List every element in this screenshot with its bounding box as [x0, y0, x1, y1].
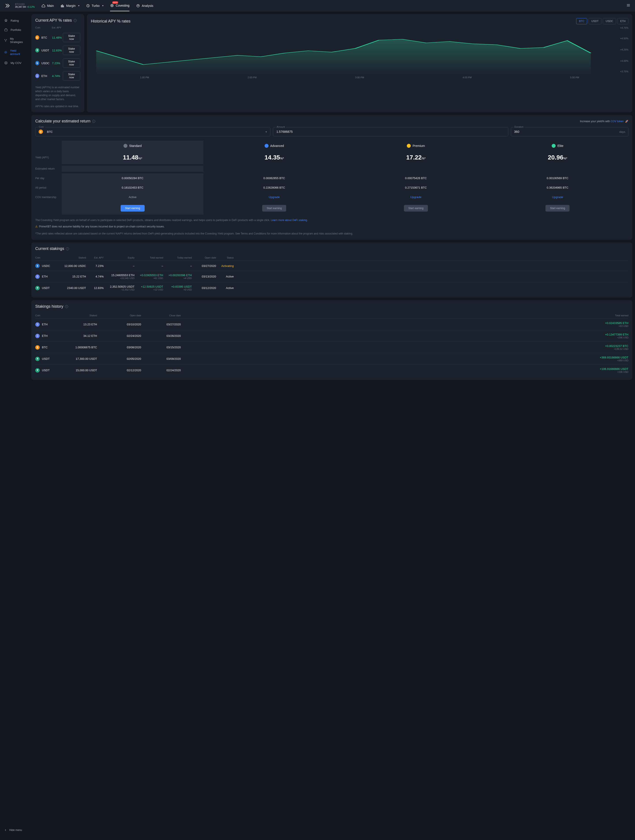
coin-name: USDT [41, 49, 52, 52]
stakings-history-card: Stakings historyi Coin Staked Open date … [31, 300, 632, 380]
apy-row: ₿ BTC 11.48% Stake now [35, 31, 80, 44]
sidebar-mycov[interactable]: My COV [0, 58, 29, 68]
menu-button[interactable] [626, 3, 630, 8]
eth-icon: Ξ [35, 334, 40, 338]
stake-button[interactable]: Stake now [63, 71, 80, 81]
learn-more-link[interactable]: Learn more about DeFi staking. [271, 219, 308, 222]
svg-point-6 [137, 5, 139, 7]
tier-row-label: Estimated return [35, 164, 62, 174]
sidebar-portfolio[interactable]: Portfolio [0, 25, 29, 35]
apy-row: $ USDC 7.23% Stake now [35, 57, 80, 69]
chevron-down-icon: ▾ [102, 5, 103, 7]
coin-name: USDC [41, 62, 52, 65]
warning-icon: ⚠ [35, 225, 38, 228]
btc-icon: ₿ [35, 35, 39, 40]
ticker: BTC/USD 39,347.84 +3.12% [15, 3, 35, 8]
upgrade-link[interactable]: Upgrade [488, 196, 627, 199]
calc-note: The Covesting Yield program acts on beha… [35, 218, 629, 223]
covesting-icon [110, 3, 114, 8]
info-icon[interactable]: i [66, 247, 69, 250]
start-earning-button[interactable]: Start earning [545, 205, 569, 212]
duration-input[interactable] [511, 127, 629, 136]
nav-covesting[interactable]: HOT! Covesting [110, 0, 129, 11]
usdt-icon: ₮ [35, 368, 40, 373]
logo[interactable] [5, 3, 11, 9]
tier-apy: 20.96%* [488, 154, 627, 161]
card-title: Current APY % ratesi [35, 18, 80, 23]
info-icon[interactable]: i [65, 305, 68, 308]
chart-tab-eth[interactable]: ETH [618, 18, 629, 24]
home-icon [41, 4, 46, 8]
hide-menu-button[interactable]: Hide menu [0, 824, 29, 835]
tier-row-label: All period [35, 183, 62, 193]
nav-main[interactable]: Main [41, 0, 54, 11]
nav-margin[interactable]: Margin▾ [60, 0, 79, 11]
sidebar-strategies[interactable]: My Strategies [0, 35, 29, 46]
disclaimer: *The yield rates reflected above are cal… [35, 232, 629, 236]
cov-icon [4, 61, 8, 65]
apy-note: APY% rates are updated in real time. [35, 104, 80, 108]
tier-name: Elite [488, 144, 627, 148]
nav-turbo[interactable]: Turbo▾ [86, 0, 103, 11]
coin-name: ETH [41, 74, 52, 77]
staking-row: ΞETH 15.22 ETH 4.74% 15.24805553 ETH≈33,… [35, 271, 629, 283]
tier-badge-icon [407, 144, 411, 148]
chart-tab-usdt[interactable]: USDT [588, 18, 602, 24]
coin-name: BTC [41, 36, 52, 39]
eth-icon: Ξ [35, 322, 40, 327]
nav-analysis[interactable]: Analysis [136, 0, 153, 11]
amount-input[interactable] [273, 127, 508, 136]
sidebar: Rating Portfolio My Strategies Yield acc… [0, 11, 29, 840]
usdt-icon: ₮ [35, 48, 39, 52]
apy-value: 7.23% [52, 62, 63, 65]
start-earning-button[interactable]: Start earning [262, 205, 286, 212]
cov-token-link[interactable]: COV token [611, 120, 624, 123]
tier-name: Advanced [205, 144, 343, 148]
chart-icon [60, 4, 65, 8]
eth-icon: Ξ [35, 275, 40, 279]
chevron-left-icon [4, 829, 7, 832]
history-row: ΞETH 34.12 ETH 02/24/2020 03/26/2020 +0.… [35, 330, 629, 342]
current-stakings-card: Current stakingsi Coin Staked Est. APY E… [31, 242, 632, 298]
svg-rect-10 [5, 29, 7, 31]
start-earning-button[interactable]: Start earning [121, 205, 145, 212]
stake-button[interactable]: Stake now [63, 33, 80, 42]
upgrade-link[interactable]: Upgrade [347, 196, 485, 199]
svg-rect-1 [62, 5, 63, 7]
btc-icon: ₿ [39, 129, 43, 134]
history-row: ₮USDT 17,300.00 USDT 02/05/2020 03/09/20… [35, 353, 629, 365]
svg-rect-2 [63, 6, 64, 7]
chart-area: +4.75% +4.50% +4.25% +4.00% +3.75% [91, 27, 629, 75]
history-row: ΞETH 13.23 ETH 03/10/2020 03/27/2020 +0.… [35, 319, 629, 330]
tier-apy: 14.35%* [205, 154, 343, 161]
svg-point-5 [112, 5, 113, 6]
history-row: ₮USDT 15,000.00 USDT 02/12/2020 02/24/20… [35, 365, 629, 376]
stake-button[interactable]: Stake now [63, 58, 80, 68]
promo-text: Increase your yield% with COV token 🚀 [580, 120, 629, 123]
usdc-icon: $ [35, 264, 40, 268]
info-icon[interactable]: i [74, 19, 77, 22]
tier-apy: 11.48%* [63, 154, 202, 161]
chart-tabs: BTCUSDTUSDCETH [576, 18, 629, 24]
usdc-icon: $ [35, 61, 39, 65]
sidebar-rating[interactable]: Rating [0, 16, 29, 25]
info-icon[interactable]: i [92, 120, 95, 123]
upgrade-link[interactable]: Upgrade [205, 196, 343, 199]
tier-name: Standard [63, 144, 202, 148]
star-icon [4, 19, 8, 22]
sidebar-yield[interactable]: Yield account [0, 46, 29, 58]
ticker-pair: BTC/USD [15, 3, 35, 6]
chart-tab-usdc[interactable]: USDC [603, 18, 616, 24]
coin-select[interactable]: ₿ BTC ▾ [35, 127, 270, 136]
tier-name: Premium [347, 144, 485, 148]
tier-row-label: COV membership [35, 193, 62, 202]
hot-badge: HOT! [112, 1, 118, 4]
stake-button[interactable]: Stake now [63, 46, 80, 55]
svg-point-11 [5, 39, 5, 40]
svg-point-4 [111, 4, 113, 7]
tier-row-label [35, 205, 62, 211]
strategy-icon [4, 38, 7, 43]
chart-tab-btc[interactable]: BTC [576, 18, 587, 24]
history-row: ₿BTC 1.00006875 BTC 03/08/2020 03/15/202… [35, 342, 629, 353]
start-earning-button[interactable]: Start earning [404, 205, 428, 212]
